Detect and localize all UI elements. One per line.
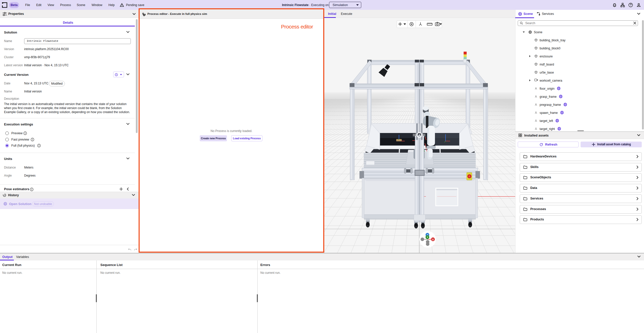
svg-text:Y: Y: [427, 236, 428, 239]
svg-text:X: X: [432, 238, 434, 241]
